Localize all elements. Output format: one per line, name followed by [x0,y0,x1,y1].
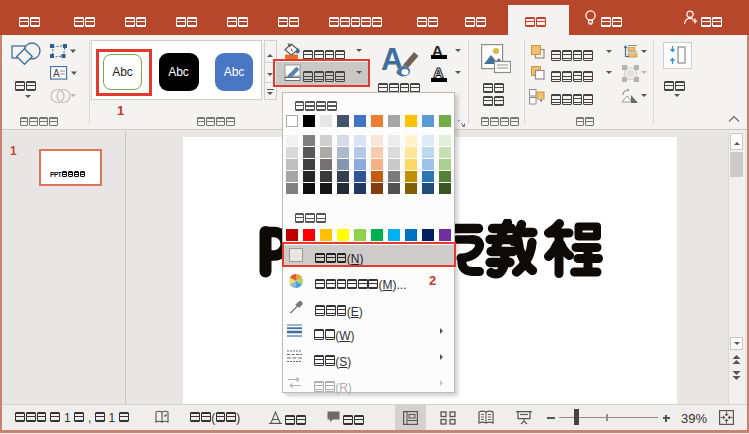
svg-text:A: A [53,68,60,79]
